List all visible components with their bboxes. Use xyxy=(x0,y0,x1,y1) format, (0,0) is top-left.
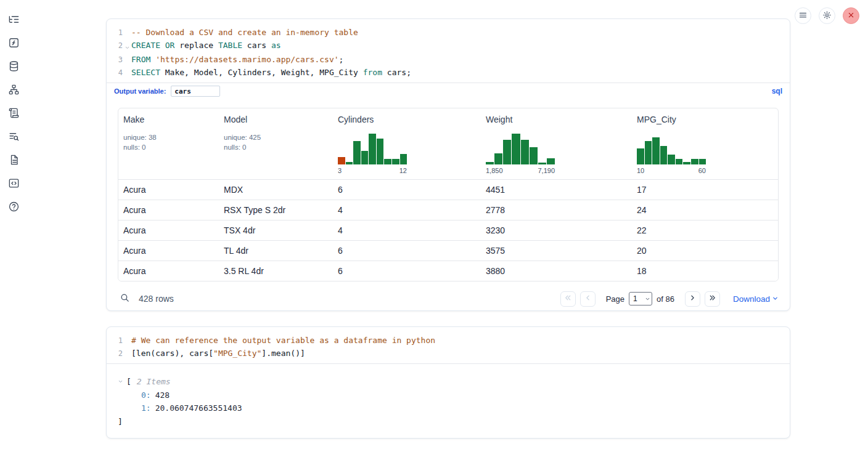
notebook-cell-python: 1 # We can reference the output variable… xyxy=(106,326,790,439)
collapse-toggle[interactable] xyxy=(118,377,126,386)
table-cell: 2778 xyxy=(481,205,632,215)
histogram-bar[interactable] xyxy=(699,159,706,164)
table-cell: 3230 xyxy=(481,225,632,235)
output-variable-input[interactable] xyxy=(171,86,220,97)
table-row[interactable]: AcuraMDX6445117 xyxy=(118,179,778,200)
histogram-mpg-city[interactable] xyxy=(637,132,706,164)
column-header-weight[interactable]: Weight 1,8507,190 xyxy=(481,108,632,179)
table-cell: TSX 4dr xyxy=(219,225,333,235)
histogram-bar[interactable] xyxy=(530,147,538,164)
histogram-bar[interactable] xyxy=(652,137,660,164)
data-table: Make unique: 38 nulls: 0 Model unique: 4… xyxy=(118,108,779,281)
code-token: TABLE xyxy=(218,41,242,50)
search-button[interactable] xyxy=(118,292,131,305)
code-line: 1 # We can reference the output variable… xyxy=(107,334,790,347)
histogram-bar[interactable] xyxy=(521,140,529,164)
histogram-bar[interactable] xyxy=(486,162,494,164)
chevron-right-icon xyxy=(689,294,697,304)
sidebar-item-functions[interactable] xyxy=(7,37,20,51)
document-icon xyxy=(8,154,20,168)
column-header-mpg-city[interactable]: MPG_City 1060 xyxy=(632,108,778,179)
previous-page-button[interactable] xyxy=(580,291,596,307)
histogram-bar[interactable] xyxy=(512,134,520,164)
histogram-bar[interactable] xyxy=(668,155,675,164)
code-token xyxy=(160,41,165,50)
table-row[interactable]: AcuraTSX 4dr4323022 xyxy=(118,220,778,240)
code-line: 4 SELECT Make, Model, Cylinders, Weight,… xyxy=(107,67,790,79)
table-row[interactable]: AcuraTL 4dr6357520 xyxy=(118,240,778,261)
sidebar-item-scratchpad[interactable] xyxy=(7,107,20,121)
chevron-down-icon xyxy=(772,294,779,304)
sidebar-item-file-tree[interactable] xyxy=(7,14,20,27)
shutdown-button[interactable] xyxy=(843,7,859,24)
menu-icon xyxy=(798,10,808,22)
histogram-bar[interactable] xyxy=(547,158,555,164)
table-cell: 17 xyxy=(632,185,778,195)
menu-button[interactable] xyxy=(795,7,811,24)
histogram-bar[interactable] xyxy=(494,153,502,164)
histogram-bar[interactable] xyxy=(353,141,361,164)
sidebar-item-documentation[interactable] xyxy=(7,154,20,168)
first-page-button[interactable] xyxy=(560,291,576,307)
list-item: 1:20.060747663551403 xyxy=(141,402,779,415)
code-token: ].mean()] xyxy=(261,349,305,358)
table-cell: MDX xyxy=(219,185,333,195)
histogram-bar[interactable] xyxy=(400,154,407,164)
code-token: cars; xyxy=(382,68,411,77)
table-header: Make unique: 38 nulls: 0 Model unique: 4… xyxy=(118,108,778,179)
histogram-bar[interactable] xyxy=(538,163,546,164)
code-editor[interactable]: 1 # We can reference the output variable… xyxy=(107,327,790,363)
table-row[interactable]: AcuraRSX Type S 2dr4277824 xyxy=(118,200,778,220)
histogram-range: 312 xyxy=(338,167,407,174)
sidebar-item-help[interactable] xyxy=(7,201,20,214)
table-row[interactable]: Acura3.5 RL 4dr6388018 xyxy=(118,261,778,281)
fold-icon[interactable] xyxy=(125,42,130,54)
histogram-bar[interactable] xyxy=(645,141,652,164)
topbar-actions xyxy=(795,7,859,24)
download-button[interactable]: Download xyxy=(733,294,779,304)
chevron-left-icon xyxy=(584,294,592,304)
code-line: 2 CREATE OR replace TABLE cars as xyxy=(107,39,790,54)
table-cell: 20 xyxy=(632,246,778,256)
histogram-bar[interactable] xyxy=(660,146,668,164)
column-name: Weight xyxy=(486,115,632,124)
column-header-cylinders[interactable]: Cylinders 312 xyxy=(333,108,481,179)
histogram-weight[interactable] xyxy=(486,132,555,164)
last-page-button[interactable] xyxy=(705,291,720,307)
histogram-bar[interactable] xyxy=(338,157,345,164)
next-page-button[interactable] xyxy=(685,291,700,307)
item-index: 0: xyxy=(141,390,151,400)
histogram-bar[interactable] xyxy=(683,162,690,164)
line-number: 3 xyxy=(107,54,123,67)
line-number: 4 xyxy=(107,67,123,79)
code-token: OR xyxy=(165,41,175,50)
page-select[interactable]: 1 xyxy=(629,292,652,305)
sidebar-item-dependencies[interactable] xyxy=(7,84,20,97)
sidebar-item-logs[interactable] xyxy=(7,131,20,144)
row-count: 428 rows xyxy=(139,294,174,304)
histogram-bar[interactable] xyxy=(691,159,698,164)
histogram-bar[interactable] xyxy=(377,139,384,164)
table-cell: Acura xyxy=(118,185,219,195)
histogram-bar[interactable] xyxy=(369,134,376,164)
sidebar-item-datasources[interactable] xyxy=(7,60,20,74)
histogram-cylinders[interactable] xyxy=(338,132,407,164)
column-stats: unique: 425 nulls: 0 xyxy=(224,132,333,152)
histogram-bar[interactable] xyxy=(503,140,511,164)
histogram-bar[interactable] xyxy=(392,159,399,164)
code-editor[interactable]: 1 -- Download a CSV and create an in-mem… xyxy=(107,19,790,83)
settings-button[interactable] xyxy=(819,7,835,24)
line-number: 2 xyxy=(107,347,123,360)
column-header-make[interactable]: Make unique: 38 nulls: 0 xyxy=(118,108,219,179)
histogram-bar[interactable] xyxy=(361,151,369,164)
chevrons-left-icon xyxy=(564,294,572,304)
histogram-bar[interactable] xyxy=(676,159,683,164)
histogram-bar[interactable] xyxy=(637,148,644,164)
table-cell: 22 xyxy=(632,225,778,235)
histogram-range: 1,8507,190 xyxy=(486,167,555,174)
histogram-bar[interactable] xyxy=(384,159,391,164)
histogram-bar[interactable] xyxy=(346,162,353,164)
sidebar-item-snippets[interactable] xyxy=(7,177,20,191)
column-header-model[interactable]: Model unique: 425 nulls: 0 xyxy=(219,108,333,179)
code-token: CREATE xyxy=(131,41,160,50)
